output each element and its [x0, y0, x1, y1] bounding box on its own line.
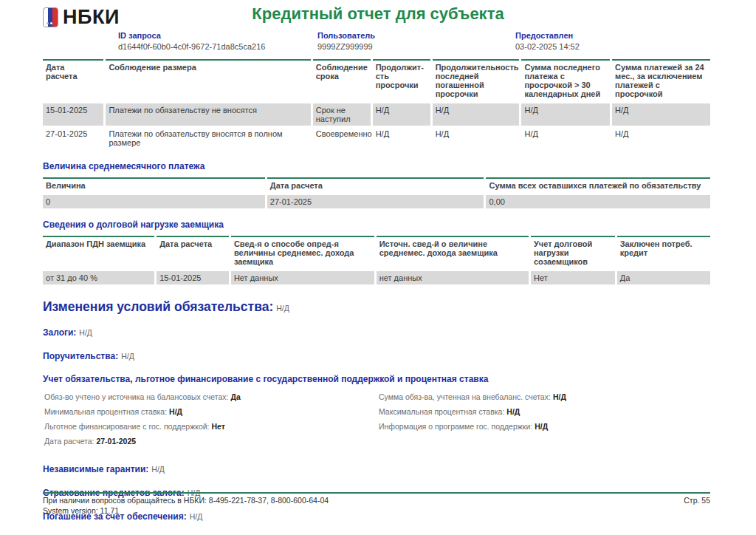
suretyships-heading: Поручительства:: [43, 351, 118, 361]
table-cell: Н/Д: [612, 127, 710, 149]
payments-table: Дата расчета Соблюдение размера Соблюден…: [41, 58, 712, 151]
avg-payment-table-wrap: Величина Дата расчета Сумма всех оставши…: [41, 176, 712, 210]
page-header: НБКИ Кредитный отчет для субъекта: [0, 0, 756, 28]
kv-value: Да: [231, 392, 241, 401]
kv-label: Обяз-во учтено у источника на балансовых…: [44, 392, 229, 401]
accounting-details: Обяз-во учтено у источника на балансовых…: [44, 392, 710, 446]
kv-value: Н/Д: [169, 407, 182, 416]
column-header: Сумма всех оставшихся платежей по обязат…: [486, 177, 710, 194]
changes-section: Изменения условий обязательства:Н/Д: [43, 299, 710, 315]
debt-load-header-row: Диапазон ПДН заемщика Дата расчета Свед-…: [43, 236, 710, 270]
meta-provided: Предоставлен 03-02-2025 14:52: [515, 31, 710, 51]
kv-label: Информация о программе гос. поддержки:: [379, 422, 532, 431]
kv-label: Льготное финансирование с гос. поддержко…: [44, 422, 210, 431]
table-cell: 0: [43, 195, 265, 208]
meta-provided-value: 03-02-2025 14:52: [515, 42, 710, 51]
suretyships-value: Н/Д: [121, 352, 134, 361]
table-cell: Н/Д: [433, 103, 520, 126]
suretyships-section: Поручительства:Н/Д: [43, 349, 710, 362]
kv-value: 27-01-2025: [96, 437, 136, 446]
meta-request-id: ID запроса d1644f0f-60b0-4c0f-9672-71da8…: [118, 31, 317, 51]
request-meta: ID запроса d1644f0f-60b0-4c0f-9672-71da8…: [118, 31, 710, 51]
kv-label: Дата расчета:: [44, 437, 94, 446]
column-header: Продолжительность последней погашенной п…: [433, 59, 520, 102]
column-header: Дата расчета: [157, 236, 229, 270]
column-header: Заключен потреб. кредит: [617, 236, 710, 270]
kv-label: Минимальная процентная ставка:: [44, 407, 167, 416]
pledges-section: Залоги:Н/Д: [43, 325, 710, 338]
kv-row: Информация о программе гос. поддержки:Н/…: [379, 422, 710, 431]
column-header: Продолжит-сть просрочки: [373, 59, 430, 102]
avg-payment-heading: Величина среднемесячного платежа: [43, 161, 710, 171]
column-header: Учет долговой нагрузки созаемщиков: [531, 236, 615, 270]
kv-row: Льготное финансирование с гос. поддержко…: [44, 422, 379, 431]
footer-page-number: Стр. 55: [684, 496, 710, 505]
meta-user-label: Пользователь: [317, 31, 515, 40]
kv-label: Максимальная процентная ставка:: [379, 407, 504, 416]
page-title: Кредитный отчет для субъекта: [0, 4, 756, 24]
column-header: Источн. свед-й о величине среднемес. дох…: [377, 236, 529, 270]
accounting-right-column: Сумма обяз-ва, учтенная на внебаланс. сч…: [379, 392, 710, 446]
independent-guarantees-section: Независимые гарантии:Н/Д: [43, 462, 710, 475]
table-cell: 27-01-2025: [43, 127, 103, 149]
footer-system-version: System version: 11.71: [43, 506, 710, 515]
table-cell: Платежи по обязательству не вносятся: [106, 103, 310, 126]
kv-value: Н/Д: [553, 392, 566, 401]
column-header: Диапазон ПДН заемщика: [43, 236, 154, 270]
changes-value: Н/Д: [276, 304, 289, 313]
table-cell: Н/Д: [373, 103, 430, 126]
kv-row: Максимальная процентная ставка:Н/Д: [379, 407, 710, 416]
debt-load-heading: Сведения о долговой нагрузке заемщика: [43, 219, 710, 230]
payments-table-header-row: Дата расчета Соблюдение размера Соблюден…: [43, 59, 710, 102]
table-cell: Нет: [531, 271, 615, 284]
table-cell: от 31 до 40 %: [43, 271, 154, 284]
column-header: Сумма платежей за 24 мес., за исключение…: [612, 59, 710, 102]
kv-row: Дата расчета:27-01-2025: [44, 437, 379, 446]
meta-request-id-value: d1644f0f-60b0-4c0f-9672-71da8c5ca216: [118, 42, 317, 51]
column-header: Свед-я о способе опред-я величины средне…: [231, 236, 374, 270]
table-cell: Н/Д: [521, 127, 610, 149]
column-header: Соблюдение срока: [313, 59, 371, 102]
table-row: 27-01-2025 Платежи по обязательству внос…: [43, 127, 710, 149]
kv-value: Н/Д: [535, 422, 548, 431]
table-cell: Н/Д: [433, 127, 520, 149]
column-header: Сумма последнего платежа с просрочкой > …: [521, 59, 610, 102]
pledges-heading: Залоги:: [43, 327, 76, 338]
accounting-heading: Учет обязательства, льготное финансирова…: [43, 374, 488, 384]
pledges-value: Н/Д: [79, 328, 92, 337]
kv-row: Обяз-во учтено у источника на балансовых…: [44, 392, 379, 401]
table-cell: 27-01-2025: [267, 195, 484, 208]
footer-row: При наличии вопросов обращайтесь в НБКИ:…: [43, 496, 710, 505]
debt-load-table-wrap: Диапазон ПДН заемщика Дата расчета Свед-…: [41, 234, 712, 286]
kv-row: Сумма обяз-ва, учтенная на внебаланс. сч…: [379, 392, 710, 401]
table-cell: Да: [617, 271, 710, 284]
table-cell: Своевременно: [313, 127, 371, 149]
table-cell: 15-01-2025: [43, 103, 103, 126]
column-header: Величина: [43, 177, 265, 194]
table-row: от 31 до 40 % 15-01-2025 Нет данных нет …: [43, 271, 710, 284]
independent-guarantees-heading: Независимые гарантии:: [43, 464, 148, 474]
accounting-left-column: Обяз-во учтено у источника на балансовых…: [44, 392, 379, 446]
table-cell: 15-01-2025: [157, 271, 229, 284]
table-cell: нет данных: [377, 271, 529, 284]
credit-report-page: НБКИ Кредитный отчет для субъекта ID зап…: [0, 0, 756, 535]
avg-payment-header-row: Величина Дата расчета Сумма всех оставши…: [43, 177, 710, 194]
table-cell: Н/Д: [373, 127, 430, 149]
column-header: Дата расчета: [267, 177, 484, 194]
table-cell: Н/Д: [612, 103, 710, 126]
changes-heading: Изменения условий обязательства:: [43, 299, 273, 314]
page-footer: При наличии вопросов обращайтесь в НБКИ:…: [43, 492, 710, 515]
kv-value: Н/Д: [506, 407, 520, 416]
column-header: Соблюдение размера: [106, 59, 310, 102]
table-cell: Н/Д: [521, 103, 610, 126]
avg-payment-table: Величина Дата расчета Сумма всех оставши…: [41, 176, 712, 210]
table-cell: Платежи по обязательству вносятся в полн…: [106, 127, 310, 149]
footer-contact: При наличии вопросов обращайтесь в НБКИ:…: [43, 496, 329, 505]
column-header: Дата расчета: [43, 59, 103, 102]
meta-user-value: 9999ZZ999999: [317, 42, 515, 51]
kv-label: Сумма обяз-ва, учтенная на внебаланс. сч…: [379, 392, 551, 401]
table-cell: Нет данных: [231, 271, 374, 284]
meta-provided-label: Предоставлен: [515, 31, 710, 40]
independent-guarantees-value: Н/Д: [151, 465, 165, 474]
kv-row: Минимальная процентная ставка:Н/Д: [44, 407, 379, 416]
